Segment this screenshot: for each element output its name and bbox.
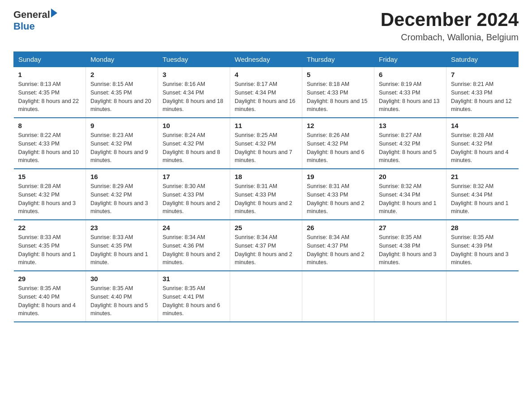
logo-general-text: General: [13, 9, 50, 21]
day-info: Sunrise: 8:35 AMSunset: 4:41 PMDaylight:…: [163, 285, 220, 317]
calendar-cell: 22 Sunrise: 8:33 AMSunset: 4:35 PMDaylig…: [14, 220, 86, 271]
day-number: 14: [451, 122, 514, 129]
day-info: Sunrise: 8:23 AMSunset: 4:32 PMDaylight:…: [90, 132, 148, 163]
calendar-cell: 17 Sunrise: 8:30 AMSunset: 4:33 PMDaylig…: [158, 169, 230, 220]
day-info: Sunrise: 8:29 AMSunset: 4:32 PMDaylight:…: [90, 183, 148, 214]
calendar-cell: 28 Sunrise: 8:35 AMSunset: 4:39 PMDaylig…: [446, 220, 519, 271]
day-number: 11: [235, 122, 297, 129]
calendar-cell: 25 Sunrise: 8:34 AMSunset: 4:37 PMDaylig…: [230, 220, 302, 271]
day-number: 19: [307, 173, 369, 180]
calendar-cell: 27 Sunrise: 8:35 AMSunset: 4:38 PMDaylig…: [374, 220, 446, 271]
calendar-cell: 6 Sunrise: 8:19 AMSunset: 4:33 PMDayligh…: [374, 67, 446, 118]
day-number: 5: [307, 71, 369, 78]
calendar-cell: 24 Sunrise: 8:34 AMSunset: 4:36 PMDaylig…: [158, 220, 230, 271]
day-number: 6: [379, 71, 442, 78]
calendar-cell: 1 Sunrise: 8:13 AMSunset: 4:35 PMDayligh…: [14, 67, 86, 118]
day-number: 29: [18, 275, 82, 283]
day-number: 10: [163, 122, 225, 129]
logo-blue-text: Blue: [13, 21, 57, 32]
day-info: Sunrise: 8:35 AMSunset: 4:40 PMDaylight:…: [18, 285, 76, 317]
day-number: 16: [90, 173, 153, 180]
day-number: 21: [451, 173, 514, 180]
day-info: Sunrise: 8:34 AMSunset: 4:37 PMDaylight:…: [235, 234, 292, 265]
day-info: Sunrise: 8:32 AMSunset: 4:34 PMDaylight:…: [379, 183, 437, 214]
calendar-cell: 7 Sunrise: 8:21 AMSunset: 4:33 PMDayligh…: [446, 67, 519, 118]
calendar-cell: 21 Sunrise: 8:32 AMSunset: 4:34 PMDaylig…: [446, 169, 519, 220]
calendar-cell: 11 Sunrise: 8:25 AMSunset: 4:32 PMDaylig…: [230, 118, 302, 169]
day-info: Sunrise: 8:31 AMSunset: 4:33 PMDaylight:…: [235, 183, 292, 214]
day-number: 25: [235, 224, 297, 231]
day-number: 28: [451, 224, 514, 231]
day-number: 31: [163, 275, 225, 283]
logo: General Blue: [13, 9, 57, 32]
day-number: 22: [18, 224, 82, 231]
header-saturday: Saturday: [446, 52, 519, 67]
page-header: General Blue December 2024 Crombach, Wal…: [13, 9, 519, 43]
day-info: Sunrise: 8:35 AMSunset: 4:40 PMDaylight:…: [90, 285, 148, 317]
calendar-cell: 4 Sunrise: 8:17 AMSunset: 4:34 PMDayligh…: [230, 67, 302, 118]
day-number: 8: [18, 122, 82, 129]
calendar-title: December 2024: [381, 9, 519, 30]
day-number: 9: [90, 122, 153, 129]
calendar-cell: 10 Sunrise: 8:24 AMSunset: 4:32 PMDaylig…: [158, 118, 230, 169]
day-number: 23: [90, 224, 153, 231]
header-thursday: Thursday: [302, 52, 374, 67]
calendar-cell: 5 Sunrise: 8:18 AMSunset: 4:33 PMDayligh…: [302, 67, 374, 118]
day-info: Sunrise: 8:15 AMSunset: 4:35 PMDaylight:…: [90, 81, 151, 112]
calendar-cell: 14 Sunrise: 8:28 AMSunset: 4:32 PMDaylig…: [446, 118, 519, 169]
calendar-cell: [446, 271, 519, 322]
calendar-cell: 12 Sunrise: 8:26 AMSunset: 4:32 PMDaylig…: [302, 118, 374, 169]
logo-triangle-icon: [51, 9, 57, 17]
calendar-cell: 9 Sunrise: 8:23 AMSunset: 4:32 PMDayligh…: [86, 118, 158, 169]
day-info: Sunrise: 8:33 AMSunset: 4:35 PMDaylight:…: [18, 234, 76, 265]
day-info: Sunrise: 8:30 AMSunset: 4:33 PMDaylight:…: [163, 183, 220, 214]
week-row-3: 15 Sunrise: 8:28 AMSunset: 4:32 PMDaylig…: [14, 169, 519, 220]
day-info: Sunrise: 8:18 AMSunset: 4:33 PMDaylight:…: [307, 81, 368, 112]
calendar-cell: 15 Sunrise: 8:28 AMSunset: 4:32 PMDaylig…: [14, 169, 86, 220]
day-number: 15: [18, 173, 82, 180]
day-number: 4: [235, 71, 297, 78]
day-number: 7: [451, 71, 514, 78]
day-number: 24: [163, 224, 225, 231]
day-number: 2: [90, 71, 153, 78]
day-info: Sunrise: 8:17 AMSunset: 4:34 PMDaylight:…: [235, 81, 296, 112]
day-number: 1: [18, 71, 82, 78]
header-monday: Monday: [86, 52, 158, 67]
day-number: 18: [235, 173, 297, 180]
calendar-cell: [374, 271, 446, 322]
calendar-cell: 26 Sunrise: 8:34 AMSunset: 4:37 PMDaylig…: [302, 220, 374, 271]
day-number: 13: [379, 122, 442, 129]
day-info: Sunrise: 8:32 AMSunset: 4:34 PMDaylight:…: [451, 183, 509, 214]
calendar-cell: 2 Sunrise: 8:15 AMSunset: 4:35 PMDayligh…: [86, 67, 158, 118]
calendar-cell: [230, 271, 302, 322]
calendar-cell: 13 Sunrise: 8:27 AMSunset: 4:32 PMDaylig…: [374, 118, 446, 169]
day-info: Sunrise: 8:34 AMSunset: 4:37 PMDaylight:…: [307, 234, 365, 265]
week-row-1: 1 Sunrise: 8:13 AMSunset: 4:35 PMDayligh…: [14, 67, 519, 118]
week-row-4: 22 Sunrise: 8:33 AMSunset: 4:35 PMDaylig…: [14, 220, 519, 271]
calendar-cell: 20 Sunrise: 8:32 AMSunset: 4:34 PMDaylig…: [374, 169, 446, 220]
day-info: Sunrise: 8:19 AMSunset: 4:33 PMDaylight:…: [379, 81, 440, 112]
day-info: Sunrise: 8:33 AMSunset: 4:35 PMDaylight:…: [90, 234, 148, 265]
calendar-cell: 19 Sunrise: 8:31 AMSunset: 4:33 PMDaylig…: [302, 169, 374, 220]
day-info: Sunrise: 8:24 AMSunset: 4:32 PMDaylight:…: [163, 132, 220, 163]
day-info: Sunrise: 8:27 AMSunset: 4:32 PMDaylight:…: [379, 132, 437, 163]
day-info: Sunrise: 8:35 AMSunset: 4:38 PMDaylight:…: [379, 234, 437, 265]
calendar-subtitle: Crombach, Wallonia, Belgium: [381, 32, 519, 43]
day-info: Sunrise: 8:13 AMSunset: 4:35 PMDaylight:…: [18, 81, 79, 112]
day-number: 17: [163, 173, 225, 180]
calendar-table: SundayMondayTuesdayWednesdayThursdayFrid…: [13, 51, 519, 322]
calendar-cell: 18 Sunrise: 8:31 AMSunset: 4:33 PMDaylig…: [230, 169, 302, 220]
week-row-2: 8 Sunrise: 8:22 AMSunset: 4:33 PMDayligh…: [14, 118, 519, 169]
day-number: 26: [307, 224, 369, 231]
day-number: 27: [379, 224, 442, 231]
day-info: Sunrise: 8:31 AMSunset: 4:33 PMDaylight:…: [307, 183, 365, 214]
calendar-cell: 8 Sunrise: 8:22 AMSunset: 4:33 PMDayligh…: [14, 118, 86, 169]
day-info: Sunrise: 8:25 AMSunset: 4:32 PMDaylight:…: [235, 132, 292, 163]
day-info: Sunrise: 8:22 AMSunset: 4:33 PMDaylight:…: [18, 132, 79, 163]
day-info: Sunrise: 8:34 AMSunset: 4:36 PMDaylight:…: [163, 234, 220, 265]
day-number: 12: [307, 122, 369, 129]
day-info: Sunrise: 8:16 AMSunset: 4:34 PMDaylight:…: [163, 81, 223, 112]
day-info: Sunrise: 8:21 AMSunset: 4:33 PMDaylight:…: [451, 81, 512, 112]
day-number: 30: [90, 275, 153, 283]
week-row-5: 29 Sunrise: 8:35 AMSunset: 4:40 PMDaylig…: [14, 271, 519, 322]
